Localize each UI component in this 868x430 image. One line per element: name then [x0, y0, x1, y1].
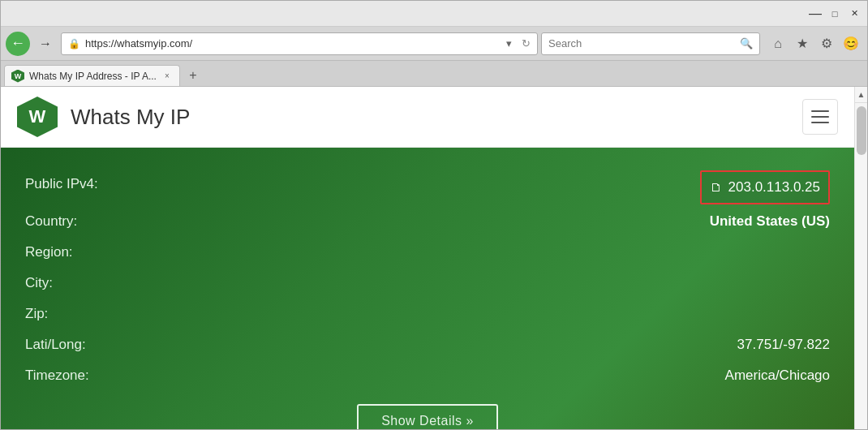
forward-button[interactable]: →: [33, 32, 58, 56]
lock-icon: 🔒: [68, 38, 80, 49]
new-tab-button[interactable]: +: [182, 65, 204, 86]
title-bar: — □ ✕: [1, 1, 867, 27]
hamburger-line-3: [811, 122, 829, 123]
city-label: City:: [25, 269, 98, 297]
tab-close-button[interactable]: ×: [161, 71, 173, 82]
search-input[interactable]: [548, 37, 735, 49]
latilong-label: Lati/Long:: [25, 331, 98, 359]
url-text: https://whatsmyip.com/: [85, 37, 496, 49]
user-button[interactable]: 😊: [840, 32, 862, 55]
minimize-button[interactable]: —: [809, 7, 822, 20]
search-icon[interactable]: 🔍: [740, 37, 753, 49]
country-label: Country:: [25, 208, 98, 235]
region-value: [114, 239, 830, 266]
search-bar[interactable]: 🔍: [541, 32, 760, 55]
show-details-button[interactable]: Show Details »: [357, 404, 498, 429]
zip-value: [114, 300, 830, 328]
ip-address-text: 203.0.113.0.25: [728, 174, 820, 201]
browser-window: — □ ✕ ← → 🔒 https://whatsmyip.com/ ▾ ↻ 🔍…: [0, 0, 868, 430]
back-button[interactable]: ←: [6, 32, 30, 56]
zip-label: Zip:: [25, 300, 98, 328]
tab-bar: W Whats My IP Address - IP A... × +: [1, 61, 867, 87]
tab-title: Whats My IP Address - IP A...: [29, 71, 157, 82]
scrollbar-thumb[interactable]: [857, 106, 866, 155]
address-bar[interactable]: 🔒 https://whatsmyip.com/ ▾ ↻: [61, 32, 538, 55]
scrollbar: ▲: [854, 87, 867, 429]
home-button[interactable]: ⌂: [767, 32, 789, 55]
hamburger-line-2: [811, 116, 829, 118]
site-title: Whats My IP: [71, 105, 802, 130]
ipv4-label: Public IPv4:: [25, 170, 98, 204]
favorites-button[interactable]: ★: [791, 32, 814, 55]
refresh-button[interactable]: ↻: [522, 37, 531, 49]
country-value: United States (US): [114, 208, 830, 235]
region-label: Region:: [25, 239, 98, 266]
hamburger-line-1: [811, 110, 829, 112]
tab-favicon: W: [11, 70, 24, 83]
settings-button[interactable]: ⚙: [815, 32, 838, 55]
url-dropdown-icon[interactable]: ▾: [501, 37, 517, 49]
ip-info-panel: Public IPv4: 🗋 203.0.113.0.25 Country: U…: [1, 148, 854, 429]
ip-address-box[interactable]: 🗋 203.0.113.0.25: [700, 170, 830, 204]
site-header: W Whats My IP: [1, 87, 854, 148]
close-button[interactable]: ✕: [848, 7, 861, 20]
ip-grid: Public IPv4: 🗋 203.0.113.0.25 Country: U…: [25, 170, 830, 389]
latilong-value: 37.751/-97.822: [114, 331, 830, 359]
timezone-value: America/Chicago: [114, 362, 830, 389]
nav-bar: ← → 🔒 https://whatsmyip.com/ ▾ ↻ 🔍 ⌂ ★ ⚙…: [1, 27, 867, 61]
site-logo: W: [17, 97, 58, 137]
hamburger-menu-button[interactable]: [802, 99, 838, 135]
active-tab[interactable]: W Whats My IP Address - IP A... ×: [4, 65, 180, 86]
nav-tools: ⌂ ★ ⚙ 😊: [767, 32, 862, 55]
maximize-button[interactable]: □: [828, 7, 841, 20]
scrollbar-up-button[interactable]: ▲: [855, 87, 867, 103]
city-value: [114, 269, 830, 297]
page-content: W Whats My IP Public IPv4: 🗋 203.0.: [1, 87, 867, 429]
timezone-label: Timezone:: [25, 362, 98, 389]
page-main: W Whats My IP Public IPv4: 🗋 203.0.: [1, 87, 854, 429]
copy-icon[interactable]: 🗋: [710, 175, 722, 200]
ipv4-value: 🗋 203.0.113.0.25: [114, 170, 830, 204]
